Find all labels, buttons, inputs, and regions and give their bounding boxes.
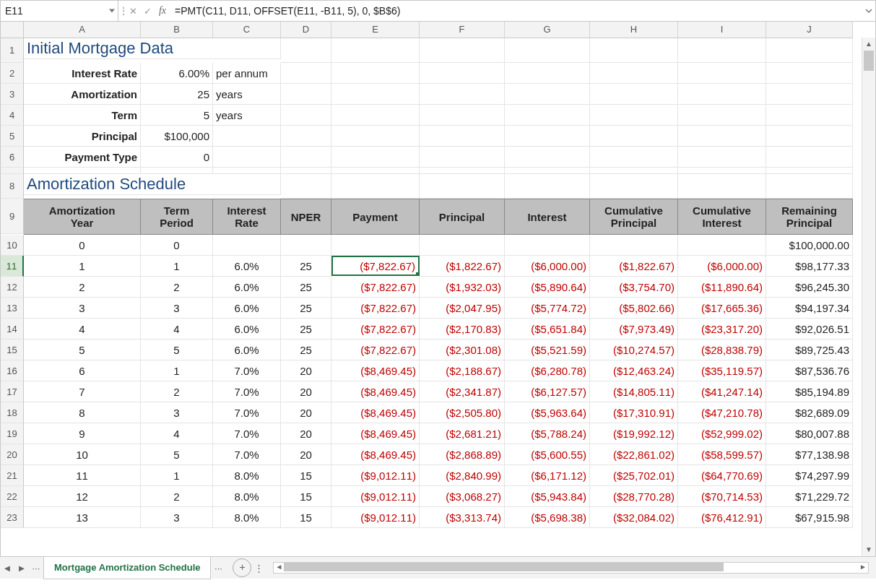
column-header-E[interactable]: E [331, 22, 420, 38]
cell-payment[interactable]: ($7,822.67) [331, 298, 420, 319]
empty-cell[interactable] [331, 147, 420, 168]
cell-year[interactable]: 1 [24, 256, 141, 277]
row-header-3[interactable]: 3 [1, 84, 24, 105]
empty-cell[interactable] [766, 168, 853, 174]
fx-icon[interactable]: fx [155, 5, 170, 17]
cell-payment[interactable]: ($7,822.67) [331, 319, 420, 340]
cell-cum-interest[interactable]: ($6,000.00) [678, 256, 766, 277]
add-sheet-button[interactable]: + [233, 558, 251, 577]
empty-cell[interactable] [590, 63, 678, 84]
empty-cell[interactable] [766, 105, 853, 126]
cell-cum-principal[interactable]: ($32,084.02) [590, 507, 678, 528]
empty-cell[interactable] [678, 174, 766, 199]
cell-payment[interactable]: ($8,469.45) [331, 360, 420, 381]
cell-payment[interactable]: ($8,469.45) [331, 444, 420, 465]
cell-interest[interactable]: ($5,788.24) [505, 423, 590, 444]
cell-remaining[interactable]: $94,197.34 [766, 298, 853, 319]
cell-remaining[interactable]: $92,026.51 [766, 319, 853, 340]
cell-rate[interactable] [213, 235, 281, 256]
row-header-23[interactable]: 23 [1, 507, 24, 528]
cell-year[interactable]: 9 [24, 423, 141, 444]
empty-cell[interactable] [281, 126, 331, 147]
cell-rate[interactable]: 6.0% [213, 256, 281, 277]
empty-cell[interactable] [678, 105, 766, 126]
row-header-15[interactable]: 15 [1, 340, 24, 360]
cell-period[interactable]: 5 [141, 340, 213, 360]
cell-cum-interest[interactable]: ($52,999.02) [678, 423, 766, 444]
empty-cell[interactable] [281, 63, 331, 84]
cell-interest[interactable]: ($5,774.72) [505, 298, 590, 319]
table-header-6[interactable]: Interest [505, 199, 590, 235]
cell-remaining[interactable]: $67,915.98 [766, 507, 853, 528]
empty-cell[interactable] [590, 105, 678, 126]
empty-cell[interactable] [766, 174, 853, 199]
cell-cum-interest[interactable]: ($41,247.14) [678, 381, 766, 402]
cell-payment[interactable]: ($9,012.11) [331, 507, 420, 528]
cell-cum-principal[interactable]: ($22,861.02) [590, 444, 678, 465]
cell-period[interactable]: 5 [141, 444, 213, 465]
cell-period[interactable]: 3 [141, 298, 213, 319]
row-header-12[interactable]: 12 [1, 277, 24, 298]
empty-cell[interactable] [331, 174, 420, 199]
cell-nper[interactable]: 25 [281, 256, 331, 277]
empty-cell[interactable] [331, 38, 420, 63]
empty-cell[interactable] [331, 63, 420, 84]
row-header-19[interactable]: 19 [1, 423, 24, 444]
cell-nper[interactable] [281, 235, 331, 256]
empty-cell[interactable] [420, 63, 505, 84]
cell-cum-principal[interactable]: ($10,274.57) [590, 340, 678, 360]
cell-cum-principal[interactable]: ($1,822.67) [590, 256, 678, 277]
empty-cell[interactable] [505, 126, 590, 147]
empty-cell[interactable] [678, 147, 766, 168]
cell-rate[interactable]: 8.0% [213, 465, 281, 486]
cell-principal[interactable]: ($2,681.21) [420, 423, 505, 444]
cell-period[interactable]: 2 [141, 381, 213, 402]
cell-interest[interactable]: ($6,280.78) [505, 360, 590, 381]
scroll-up-icon[interactable]: ▲ [862, 38, 875, 51]
cell-payment[interactable]: ($7,822.67) [331, 340, 420, 360]
column-header-F[interactable]: F [420, 22, 505, 38]
cell-payment[interactable]: ($8,469.45) [331, 381, 420, 402]
cell-principal[interactable]: ($2,868.89) [420, 444, 505, 465]
cell-cum-principal[interactable]: ($7,973.49) [590, 319, 678, 340]
cell-rate[interactable]: 7.0% [213, 444, 281, 465]
cell-period[interactable]: 4 [141, 423, 213, 444]
cell-interest[interactable]: ($6,171.12) [505, 465, 590, 486]
table-header-3[interactable]: NPER [281, 199, 331, 235]
cell-principal[interactable]: ($2,840.99) [420, 465, 505, 486]
row-header-14[interactable]: 14 [1, 319, 24, 340]
cell-interest[interactable]: ($5,943.84) [505, 486, 590, 507]
cell-payment[interactable]: ($9,012.11) [331, 486, 420, 507]
vertical-scrollbar[interactable]: ▲ ▼ [862, 38, 875, 556]
cell-interest[interactable] [505, 235, 590, 256]
cell-period[interactable]: 2 [141, 277, 213, 298]
cell-remaining[interactable]: $71,229.72 [766, 486, 853, 507]
empty-cell[interactable] [766, 147, 853, 168]
row-header-8[interactable]: 8 [1, 174, 24, 199]
cell-interest[interactable]: ($5,600.55) [505, 444, 590, 465]
empty-cell[interactable] [590, 38, 678, 63]
cell-interest[interactable]: ($6,000.00) [505, 256, 590, 277]
cell-period[interactable]: 4 [141, 319, 213, 340]
cancel-icon[interactable]: ✕ [126, 6, 140, 17]
cell-cum-principal[interactable]: ($12,463.24) [590, 360, 678, 381]
empty-cell[interactable] [505, 38, 590, 63]
scroll-left-icon[interactable]: ◄ [274, 563, 284, 571]
empty-cell[interactable] [213, 168, 281, 174]
row-header-11[interactable]: 11 [1, 256, 24, 277]
tab-more-icon[interactable]: ··· [29, 563, 43, 574]
empty-cell[interactable] [420, 126, 505, 147]
cell-cum-interest[interactable]: ($47,210.78) [678, 402, 766, 423]
cell-principal[interactable]: ($2,341.87) [420, 381, 505, 402]
row-header-2[interactable]: 2 [1, 63, 24, 84]
cell-remaining[interactable]: $74,297.99 [766, 465, 853, 486]
cell-remaining[interactable]: $85,194.89 [766, 381, 853, 402]
row-header-20[interactable]: 20 [1, 444, 24, 465]
empty-cell[interactable] [590, 168, 678, 174]
empty-cell[interactable] [24, 168, 141, 174]
cell-year[interactable]: 12 [24, 486, 141, 507]
cell-rate[interactable]: 8.0% [213, 486, 281, 507]
empty-cell[interactable] [505, 168, 590, 174]
cell-cum-principal[interactable]: ($3,754.70) [590, 277, 678, 298]
cell-rate[interactable]: 6.0% [213, 298, 281, 319]
